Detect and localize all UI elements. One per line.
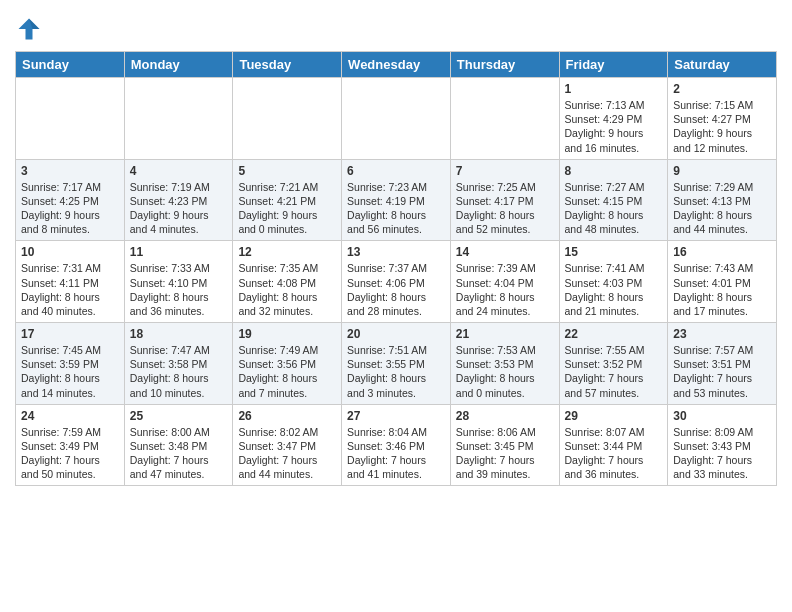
calendar-week-row: 3Sunrise: 7:17 AM Sunset: 4:25 PM Daylig… <box>16 159 777 241</box>
calendar-cell: 7Sunrise: 7:25 AM Sunset: 4:17 PM Daylig… <box>450 159 559 241</box>
weekday-header: Wednesday <box>342 52 451 78</box>
calendar-cell: 28Sunrise: 8:06 AM Sunset: 3:45 PM Dayli… <box>450 404 559 486</box>
calendar-week-row: 1Sunrise: 7:13 AM Sunset: 4:29 PM Daylig… <box>16 78 777 160</box>
day-number: 18 <box>130 327 228 341</box>
day-number: 6 <box>347 164 445 178</box>
day-number: 8 <box>565 164 663 178</box>
logo <box>15 15 47 43</box>
day-info: Sunrise: 7:49 AM Sunset: 3:56 PM Dayligh… <box>238 343 336 400</box>
calendar-cell: 29Sunrise: 8:07 AM Sunset: 3:44 PM Dayli… <box>559 404 668 486</box>
header <box>15 15 777 43</box>
day-info: Sunrise: 7:57 AM Sunset: 3:51 PM Dayligh… <box>673 343 771 400</box>
calendar-cell: 2Sunrise: 7:15 AM Sunset: 4:27 PM Daylig… <box>668 78 777 160</box>
day-info: Sunrise: 8:00 AM Sunset: 3:48 PM Dayligh… <box>130 425 228 482</box>
day-info: Sunrise: 7:23 AM Sunset: 4:19 PM Dayligh… <box>347 180 445 237</box>
day-number: 1 <box>565 82 663 96</box>
calendar-cell: 20Sunrise: 7:51 AM Sunset: 3:55 PM Dayli… <box>342 323 451 405</box>
calendar-cell: 21Sunrise: 7:53 AM Sunset: 3:53 PM Dayli… <box>450 323 559 405</box>
day-info: Sunrise: 7:25 AM Sunset: 4:17 PM Dayligh… <box>456 180 554 237</box>
calendar-cell <box>450 78 559 160</box>
day-info: Sunrise: 7:37 AM Sunset: 4:06 PM Dayligh… <box>347 261 445 318</box>
day-info: Sunrise: 7:33 AM Sunset: 4:10 PM Dayligh… <box>130 261 228 318</box>
day-number: 16 <box>673 245 771 259</box>
day-number: 20 <box>347 327 445 341</box>
day-info: Sunrise: 8:09 AM Sunset: 3:43 PM Dayligh… <box>673 425 771 482</box>
calendar-table: SundayMondayTuesdayWednesdayThursdayFrid… <box>15 51 777 486</box>
day-info: Sunrise: 7:21 AM Sunset: 4:21 PM Dayligh… <box>238 180 336 237</box>
day-number: 24 <box>21 409 119 423</box>
day-number: 3 <box>21 164 119 178</box>
day-number: 19 <box>238 327 336 341</box>
day-info: Sunrise: 7:29 AM Sunset: 4:13 PM Dayligh… <box>673 180 771 237</box>
day-info: Sunrise: 7:55 AM Sunset: 3:52 PM Dayligh… <box>565 343 663 400</box>
day-number: 30 <box>673 409 771 423</box>
calendar-cell: 18Sunrise: 7:47 AM Sunset: 3:58 PM Dayli… <box>124 323 233 405</box>
calendar-cell <box>124 78 233 160</box>
calendar-cell: 11Sunrise: 7:33 AM Sunset: 4:10 PM Dayli… <box>124 241 233 323</box>
calendar-header-row: SundayMondayTuesdayWednesdayThursdayFrid… <box>16 52 777 78</box>
calendar-week-row: 10Sunrise: 7:31 AM Sunset: 4:11 PM Dayli… <box>16 241 777 323</box>
weekday-header: Saturday <box>668 52 777 78</box>
day-number: 26 <box>238 409 336 423</box>
day-info: Sunrise: 8:07 AM Sunset: 3:44 PM Dayligh… <box>565 425 663 482</box>
day-info: Sunrise: 7:41 AM Sunset: 4:03 PM Dayligh… <box>565 261 663 318</box>
day-number: 9 <box>673 164 771 178</box>
day-number: 10 <box>21 245 119 259</box>
day-number: 21 <box>456 327 554 341</box>
calendar-cell: 9Sunrise: 7:29 AM Sunset: 4:13 PM Daylig… <box>668 159 777 241</box>
day-info: Sunrise: 7:59 AM Sunset: 3:49 PM Dayligh… <box>21 425 119 482</box>
calendar-cell: 3Sunrise: 7:17 AM Sunset: 4:25 PM Daylig… <box>16 159 125 241</box>
day-number: 4 <box>130 164 228 178</box>
calendar-cell: 15Sunrise: 7:41 AM Sunset: 4:03 PM Dayli… <box>559 241 668 323</box>
day-number: 23 <box>673 327 771 341</box>
day-info: Sunrise: 7:45 AM Sunset: 3:59 PM Dayligh… <box>21 343 119 400</box>
calendar-cell: 4Sunrise: 7:19 AM Sunset: 4:23 PM Daylig… <box>124 159 233 241</box>
calendar-cell: 5Sunrise: 7:21 AM Sunset: 4:21 PM Daylig… <box>233 159 342 241</box>
weekday-header: Thursday <box>450 52 559 78</box>
day-number: 29 <box>565 409 663 423</box>
weekday-header: Monday <box>124 52 233 78</box>
calendar-cell: 17Sunrise: 7:45 AM Sunset: 3:59 PM Dayli… <box>16 323 125 405</box>
calendar-cell: 14Sunrise: 7:39 AM Sunset: 4:04 PM Dayli… <box>450 241 559 323</box>
day-number: 12 <box>238 245 336 259</box>
day-number: 5 <box>238 164 336 178</box>
day-info: Sunrise: 7:51 AM Sunset: 3:55 PM Dayligh… <box>347 343 445 400</box>
calendar-cell: 10Sunrise: 7:31 AM Sunset: 4:11 PM Dayli… <box>16 241 125 323</box>
calendar-cell: 26Sunrise: 8:02 AM Sunset: 3:47 PM Dayli… <box>233 404 342 486</box>
calendar-cell: 13Sunrise: 7:37 AM Sunset: 4:06 PM Dayli… <box>342 241 451 323</box>
day-number: 13 <box>347 245 445 259</box>
day-number: 17 <box>21 327 119 341</box>
logo-icon <box>15 15 43 43</box>
day-info: Sunrise: 8:06 AM Sunset: 3:45 PM Dayligh… <box>456 425 554 482</box>
calendar-cell: 23Sunrise: 7:57 AM Sunset: 3:51 PM Dayli… <box>668 323 777 405</box>
day-info: Sunrise: 7:31 AM Sunset: 4:11 PM Dayligh… <box>21 261 119 318</box>
day-number: 15 <box>565 245 663 259</box>
day-info: Sunrise: 7:13 AM Sunset: 4:29 PM Dayligh… <box>565 98 663 155</box>
day-info: Sunrise: 7:43 AM Sunset: 4:01 PM Dayligh… <box>673 261 771 318</box>
page: SundayMondayTuesdayWednesdayThursdayFrid… <box>0 0 792 612</box>
calendar-cell: 8Sunrise: 7:27 AM Sunset: 4:15 PM Daylig… <box>559 159 668 241</box>
calendar-cell: 1Sunrise: 7:13 AM Sunset: 4:29 PM Daylig… <box>559 78 668 160</box>
day-number: 7 <box>456 164 554 178</box>
calendar-cell: 6Sunrise: 7:23 AM Sunset: 4:19 PM Daylig… <box>342 159 451 241</box>
day-number: 2 <box>673 82 771 96</box>
weekday-header: Friday <box>559 52 668 78</box>
calendar-cell: 19Sunrise: 7:49 AM Sunset: 3:56 PM Dayli… <box>233 323 342 405</box>
day-info: Sunrise: 7:17 AM Sunset: 4:25 PM Dayligh… <box>21 180 119 237</box>
day-number: 25 <box>130 409 228 423</box>
day-number: 14 <box>456 245 554 259</box>
day-info: Sunrise: 7:35 AM Sunset: 4:08 PM Dayligh… <box>238 261 336 318</box>
day-info: Sunrise: 8:02 AM Sunset: 3:47 PM Dayligh… <box>238 425 336 482</box>
day-info: Sunrise: 7:15 AM Sunset: 4:27 PM Dayligh… <box>673 98 771 155</box>
day-number: 22 <box>565 327 663 341</box>
calendar-cell: 30Sunrise: 8:09 AM Sunset: 3:43 PM Dayli… <box>668 404 777 486</box>
day-info: Sunrise: 7:39 AM Sunset: 4:04 PM Dayligh… <box>456 261 554 318</box>
calendar-cell: 12Sunrise: 7:35 AM Sunset: 4:08 PM Dayli… <box>233 241 342 323</box>
day-info: Sunrise: 7:19 AM Sunset: 4:23 PM Dayligh… <box>130 180 228 237</box>
weekday-header: Sunday <box>16 52 125 78</box>
calendar-week-row: 17Sunrise: 7:45 AM Sunset: 3:59 PM Dayli… <box>16 323 777 405</box>
calendar-cell <box>16 78 125 160</box>
calendar-cell: 27Sunrise: 8:04 AM Sunset: 3:46 PM Dayli… <box>342 404 451 486</box>
calendar-cell: 24Sunrise: 7:59 AM Sunset: 3:49 PM Dayli… <box>16 404 125 486</box>
day-info: Sunrise: 8:04 AM Sunset: 3:46 PM Dayligh… <box>347 425 445 482</box>
